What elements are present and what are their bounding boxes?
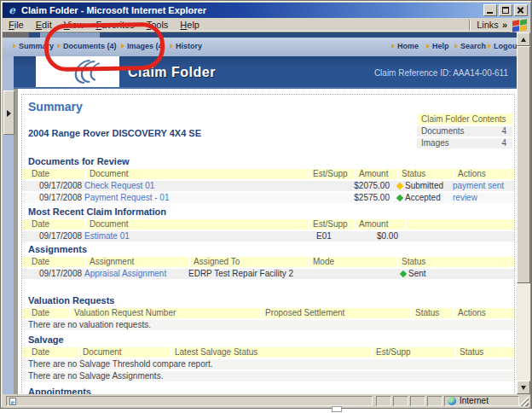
cell-est-supp: E01 [308,231,354,241]
nav-summary[interactable]: Summary [13,42,54,50]
cell-assigned-to: EDRP Test Repair Facility 2 [188,269,308,279]
nav-arrow-icon [57,44,61,49]
table-header-row: Date Document Est/Supp Amount [22,219,514,230]
document-link[interactable]: Check Request 01 [84,181,154,190]
menu-bar: File Edit View Favorites Tools Help Link… [3,18,529,32]
window-title: Claim Folder - Microsoft Internet Explor… [21,5,482,15]
status-bar: e Internet [3,394,529,408]
cell-mode [308,269,396,279]
desktop-area [0,409,532,413]
status-cell [410,396,425,406]
status-text: Accepted [405,193,441,203]
contents-row-images: Images4 [417,138,512,148]
claim-folder-contents-box: Claim Folder Contents Documents4 Images4 [417,113,512,148]
section-heading-salvage: Salvage [28,334,514,345]
security-zone-panel: Internet [444,396,519,406]
logo-box [36,56,119,87]
status-cell [376,396,391,406]
maximize-button[interactable] [499,4,512,16]
cell-amount: $2575.00 [354,193,396,203]
menu-view[interactable]: View [58,19,90,31]
nav-arrow-icon [121,44,124,49]
contents-box-title: Claim Folder Contents [417,113,512,125]
expand-arrow-icon [7,110,11,117]
section-heading-most-recent: Most Recent Claim Information [28,206,514,217]
nav-history[interactable]: History [170,42,202,50]
cell-amount: $0.00 [354,231,405,241]
arcs-logo-icon [70,59,107,84]
scrollbar-thumb[interactable] [517,46,530,283]
internet-globe-icon [448,397,456,405]
nav-arrow-icon [391,44,395,49]
cell-date: 09/17/2008 [22,193,84,203]
menu-edit[interactable]: Edit [30,19,58,31]
table-header-row: Date Document Est/Supp Amount Status Act… [22,169,514,179]
nav-arrow-icon [426,44,430,49]
menu-help[interactable]: Help [174,19,205,31]
title-bar[interactable]: e Claim Folder - Microsoft Internet Expl… [3,3,529,18]
menu-favorites[interactable]: Favorites [90,19,140,31]
empty-message: There are no valuation requests. [22,320,514,330]
links-chevron-icon[interactable]: » [500,20,511,30]
status-message-panel: e [6,396,373,406]
section-heading-valuation-requests: Valuation Requests [28,295,514,305]
cell-date: 09/17/2008 [22,269,84,279]
document-link[interactable]: Estimate 01 [84,231,130,241]
action-link[interactable]: payment sent [453,181,504,190]
links-toolbar[interactable]: Links [475,20,500,30]
table-header-row: Date Document Latest Salvage Status Est/… [22,347,514,358]
status-diamond-icon [396,195,403,201]
empty-message: There are no Salvage Assignments. [22,371,514,381]
cell-date: 09/17/2008 [22,181,84,191]
nav-logout[interactable]: Logout [488,42,520,50]
cell-date: 09/17/2008 [22,231,84,241]
menu-tools[interactable]: Tools [141,19,175,31]
table-header-row: Date Valuation Request Number Proposed S… [22,308,514,318]
table-row: 09/17/2008 Estimate 01 E01 $0.00 [22,231,514,241]
status-cell [393,396,408,406]
section-heading-assignments: Assignments [28,244,514,254]
nav-arrow-icon [454,44,458,49]
table-row: 09/17/2008 Check Request 01 $2075.00 Sub… [22,181,514,191]
nav-home[interactable]: Home [391,42,419,50]
app-title: Claim Folder [128,65,216,80]
status-diamond-icon [400,270,407,277]
action-link[interactable]: review [453,193,477,202]
assignment-link[interactable]: Appraisal Assignment [84,269,166,278]
vertical-scrollbar[interactable] [517,32,530,394]
ie-icon: e [6,4,18,16]
nav-documents[interactable]: Documents (4) [57,42,117,50]
contents-row-documents: Documents4 [417,126,512,137]
summary-content: Summary Claim Folder Contents Documents4… [21,94,515,395]
close-button[interactable] [514,4,528,16]
table-row: 09/17/2008 Appraisal Assignment EDRP Tes… [22,269,514,279]
page-title: Summary [28,100,514,113]
status-cell [427,396,442,406]
nav-arrow-icon [13,44,16,49]
nav-bar: Summary Documents (4) Images (4) History… [3,38,517,56]
resize-grip[interactable] [518,396,529,406]
status-diamond-icon [396,183,403,189]
nav-help[interactable]: Help [426,42,449,50]
minimize-button[interactable] [483,4,497,16]
selection-handle [332,406,342,412]
document-link[interactable]: Payment Request - 01 [84,193,170,202]
nav-search[interactable]: Search [454,42,486,50]
banner-underline [3,87,517,89]
page-icon: e [9,398,16,405]
empty-message: There are no Salvage Threshold compare r… [22,359,514,369]
menu-file[interactable]: File [3,19,30,31]
table-header-row: Date Assignment Assigned To Mode Status [22,257,514,267]
section-heading-documents-for-review: Documents for Review [28,156,514,166]
scroll-down-button[interactable] [517,381,530,394]
claim-reference-id: Claim Reference ID: AAA14-00-611 [374,68,508,78]
windows-logo-icon [511,18,529,32]
panel-collapse-handle[interactable] [3,90,14,135]
status-text: Submitted [405,181,443,191]
status-text: Sent [408,269,426,279]
scroll-up-button[interactable] [517,32,530,46]
table-row: 09/17/2008 Payment Request - 01 $2575.00… [22,193,514,203]
cell-amount: $2075.00 [354,181,396,191]
nav-images[interactable]: Images (4) [121,42,165,50]
toolbar-divider [469,20,471,31]
